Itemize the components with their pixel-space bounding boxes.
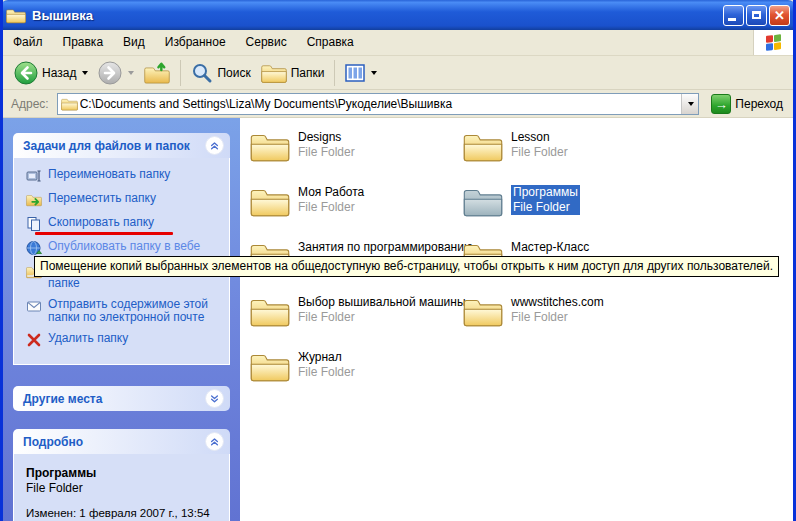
- address-input[interactable]: [78, 95, 682, 113]
- rename-icon: [26, 168, 42, 184]
- menu-tools[interactable]: Сервис: [236, 30, 297, 55]
- menu-help[interactable]: Справка: [297, 30, 364, 55]
- other-places-header[interactable]: Другие места: [13, 386, 230, 411]
- details-panel: Подробно Программы File Folder Изменен: …: [13, 429, 230, 521]
- chevron-down-icon: [208, 392, 221, 405]
- minimize-button[interactable]: [723, 5, 744, 26]
- go-arrow-icon: →: [711, 94, 731, 114]
- back-button[interactable]: Назад: [9, 59, 93, 87]
- tasks-panel-header[interactable]: Задачи для файлов и папок: [13, 133, 230, 158]
- address-dropdown-button[interactable]: [681, 94, 698, 114]
- menu-file[interactable]: Файл: [3, 30, 53, 55]
- folder-name: wwwstitches.com: [511, 295, 604, 310]
- folder-tile[interactable]: wwwstitches.com File Folder: [463, 295, 793, 350]
- forward-dropdown-icon: [128, 71, 134, 75]
- chevron-up-icon: [208, 139, 221, 152]
- maximize-button[interactable]: [746, 5, 767, 26]
- toolbar: Назад Поиск: [3, 56, 793, 90]
- window-title: Вышивка: [32, 8, 721, 23]
- forward-button[interactable]: [93, 59, 139, 87]
- task-label: Переместить папку: [48, 192, 156, 205]
- folder-tile[interactable]: Моя Работа File Folder: [250, 185, 463, 240]
- folders-button[interactable]: Папки: [256, 60, 330, 86]
- task-label: Скопировать папку: [48, 216, 154, 229]
- task-label: Отправить содержимое этой папки по элект…: [48, 298, 223, 324]
- details-modified: Изменен: 1 февраля 2007 г., 13:54: [26, 507, 223, 519]
- folder-tile[interactable]: Журнал File Folder: [250, 350, 463, 405]
- move-icon: [26, 192, 42, 208]
- task-pane-sidebar: Задачи для файлов и папок: [3, 118, 240, 521]
- folder-tile[interactable]: Designs File Folder: [250, 130, 463, 185]
- task-move-folder[interactable]: Переместить папку: [26, 192, 223, 208]
- details-item-type: File Folder: [26, 481, 223, 495]
- views-icon: [345, 64, 365, 82]
- windows-logo-icon: [766, 34, 782, 52]
- folder-tile[interactable]: Lesson File Folder: [463, 130, 793, 185]
- menu-favorites[interactable]: Избранное: [155, 30, 236, 55]
- folder-type: File Folder: [298, 310, 466, 325]
- copy-icon: [26, 216, 42, 232]
- task-label: Переименовать папку: [48, 168, 170, 181]
- address-combo: [57, 93, 700, 115]
- collapse-button[interactable]: [205, 136, 224, 155]
- views-button[interactable]: [340, 62, 382, 84]
- folders-icon: [261, 62, 287, 84]
- task-publish-folder-to-web[interactable]: Опубликовать папку в вебе: [26, 240, 223, 256]
- go-button[interactable]: → Переход: [705, 93, 789, 115]
- details-body: Программы File Folder Изменен: 1 февраля…: [13, 454, 230, 521]
- folder-up-icon: [144, 61, 170, 85]
- folders-label: Папки: [291, 66, 325, 80]
- details-header[interactable]: Подробно: [13, 429, 230, 454]
- collapse-button[interactable]: [205, 432, 224, 451]
- file-list-area: Designs File Folder Моя Работа File Fold…: [240, 118, 793, 521]
- folder-type: File Folder: [511, 310, 604, 325]
- folder-icon: [250, 130, 290, 163]
- task-rename-folder[interactable]: Переименовать папку: [26, 168, 223, 184]
- other-places-panel: Другие места: [13, 386, 230, 411]
- search-label: Поиск: [217, 66, 250, 80]
- folder-name: Lesson: [511, 130, 568, 145]
- annotation-underline: [35, 232, 173, 235]
- toolbar-separator: [180, 60, 181, 86]
- task-label: Удалить папку: [48, 332, 128, 345]
- address-bar: Адрес: → Переход: [3, 91, 793, 118]
- folder-icon: [250, 350, 290, 383]
- tooltip: Помещение копий выбранных элементов на о…: [34, 256, 779, 277]
- folder-type: File Folder: [298, 145, 355, 160]
- task-copy-folder[interactable]: Скопировать папку: [26, 216, 223, 232]
- menu-edit[interactable]: Правка: [53, 30, 114, 55]
- other-places-title: Другие места: [23, 392, 205, 406]
- folder-icon: [463, 130, 503, 163]
- folder-icon: [250, 295, 290, 328]
- task-delete-folder[interactable]: Удалить папку: [26, 332, 223, 348]
- title-bar: Вышивка ✕: [0, 0, 796, 30]
- folder-tile-selected[interactable]: Программы File Folder: [463, 185, 793, 240]
- folder-type: File Folder: [298, 200, 364, 215]
- forward-icon: [98, 61, 122, 85]
- close-button[interactable]: ✕: [769, 5, 790, 26]
- expand-button[interactable]: [205, 389, 224, 408]
- folder-name: Программы: [511, 185, 580, 200]
- publish-web-icon: [26, 240, 42, 256]
- go-label: Переход: [735, 97, 783, 111]
- search-button[interactable]: Поиск: [186, 60, 255, 86]
- address-label: Адрес:: [11, 97, 49, 111]
- folder-name: Выбор вышивальной машины: [298, 295, 466, 310]
- back-dropdown-icon: [82, 71, 88, 75]
- folder-type: File Folder: [298, 365, 355, 380]
- details-title: Подробно: [23, 435, 205, 449]
- toolbar-separator: [334, 60, 335, 86]
- task-email-folder[interactable]: Отправить содержимое этой папки по элект…: [26, 298, 223, 324]
- folder-icon: [463, 295, 503, 328]
- menu-view[interactable]: Вид: [113, 30, 155, 55]
- folder-tile[interactable]: Выбор вышивальной машины File Folder: [250, 295, 463, 350]
- address-folder-icon: [61, 97, 78, 111]
- folder-name: Моя Работа: [298, 185, 364, 200]
- maximize-icon: [752, 11, 761, 19]
- folder-name: Журнал: [298, 350, 355, 365]
- delete-icon: [26, 332, 42, 348]
- folder-name: Designs: [298, 130, 355, 145]
- minimize-icon: [728, 18, 736, 21]
- up-button[interactable]: [139, 59, 175, 87]
- back-icon: [14, 61, 38, 85]
